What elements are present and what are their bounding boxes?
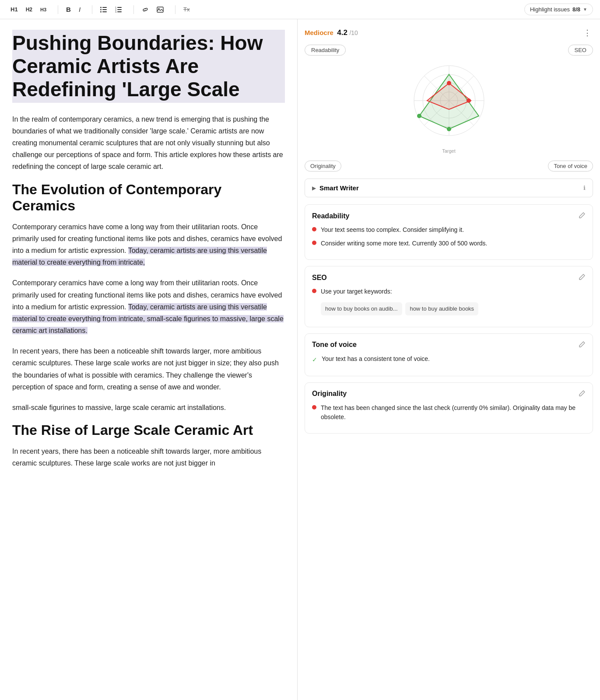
editor-panel: Pushing Boundaries: How Ceramic Artists … [0, 19, 298, 700]
svg-point-4 [100, 11, 102, 12]
radar-bottom-labels: Originality Tone of voice [305, 161, 593, 172]
paragraph-4[interactable]: small-scale figurines to massive, large … [12, 402, 285, 413]
originality-card: Originality The text has been changed si… [305, 382, 593, 434]
readability-edit-icon[interactable] [579, 212, 586, 220]
seo-content: Use your target keywords: how to buy boo… [321, 287, 480, 315]
svg-point-25 [467, 98, 471, 103]
svg-point-24 [447, 81, 451, 85]
green-check-icon: ✓ [312, 355, 317, 364]
tone-tab[interactable]: Tone of voice [548, 161, 593, 172]
list-group: 1. 2. 3. [97, 5, 126, 14]
h1-button[interactable]: H1 [7, 4, 21, 14]
bold-button[interactable]: B [63, 4, 74, 15]
radar-chart [401, 59, 497, 147]
red-dot-icon-2 [312, 241, 316, 245]
tone-card-header: Tone of voice [312, 341, 586, 349]
originality-edit-icon[interactable] [579, 390, 586, 398]
keyword-tag-2[interactable]: how to buy audible books [405, 302, 478, 315]
h2-button[interactable]: H2 [22, 5, 36, 14]
originality-text-1: The text has been changed since the last… [321, 403, 586, 422]
divider-2 [92, 5, 92, 14]
tone-edit-icon[interactable] [579, 341, 586, 349]
paragraph-2[interactable]: Contemporary ceramics have come a long w… [12, 277, 285, 336]
sidebar-menu-icon[interactable]: ⋮ [582, 26, 593, 39]
highlighted-text-1: Today, ceramic artists are using this ve… [12, 247, 267, 266]
link-button[interactable] [138, 4, 152, 15]
readability-text-1: Your text seems too complex. Consider si… [321, 225, 464, 234]
heading-group: H1 H2 H3 [7, 4, 50, 14]
score-denom: /10 [349, 29, 358, 36]
originality-tab[interactable]: Originality [305, 161, 341, 172]
score-tabs: Readability SEO [305, 45, 593, 56]
svg-rect-9 [117, 9, 122, 10]
h3-button[interactable]: H3 [37, 5, 50, 14]
score-display: Mediocre 4.2 /10 [305, 28, 358, 37]
score-section: Mediocre 4.2 /10 ⋮ Readability SEO [305, 26, 593, 172]
insert-group [138, 4, 167, 15]
seo-card-title: SEO [312, 274, 327, 282]
clear-format-button[interactable]: Tx [180, 4, 193, 14]
originality-item-1: The text has been changed since the last… [312, 403, 586, 422]
seo-edit-icon[interactable] [579, 273, 586, 282]
seo-tab[interactable]: SEO [568, 45, 593, 56]
score-number: 4.2 [337, 28, 347, 37]
paragraph-3[interactable]: In recent years, there has been a notice… [12, 345, 285, 393]
highlight-label: Highlight issues [530, 6, 570, 13]
chevron-right-icon: ▶ [312, 185, 316, 191]
radar-chart-container: Target [305, 59, 593, 157]
svg-text:3.: 3. [115, 10, 117, 13]
intro-paragraph[interactable]: In the realm of contemporary ceramics, a… [12, 113, 285, 173]
svg-point-0 [100, 7, 102, 8]
readability-tab[interactable]: Readability [305, 45, 346, 56]
italic-button[interactable]: I [75, 4, 84, 15]
svg-point-27 [417, 114, 421, 118]
section-h2-1[interactable]: The Evolution of Contemporary Ceramics [12, 182, 285, 214]
svg-rect-3 [102, 9, 107, 10]
svg-rect-5 [102, 11, 107, 12]
divider-3 [133, 5, 134, 14]
smart-writer-label: Smart Writer [319, 184, 583, 192]
paragraph-5[interactable]: In recent years, there has been a notice… [12, 445, 285, 469]
keyword-tag-1[interactable]: how to buy books on audib... [321, 302, 402, 315]
originality-red-dot-icon [312, 405, 316, 410]
svg-rect-1 [102, 7, 107, 8]
svg-rect-11 [117, 11, 122, 12]
tone-card-title: Tone of voice [312, 341, 357, 349]
readability-card-title: Readability [312, 212, 349, 220]
divider-1 [58, 5, 58, 14]
highlighted-text-2: Today, ceramic artists are using this ve… [12, 303, 284, 334]
smart-writer-row[interactable]: ▶ Smart Writer ℹ [305, 178, 593, 197]
sidebar: Mediocre 4.2 /10 ⋮ Readability SEO [298, 19, 600, 700]
tone-text-1: Your text has a consistent tone of voice… [322, 354, 430, 364]
readability-text-2: Consider writing some more text. Current… [321, 239, 488, 248]
red-dot-icon [312, 227, 316, 231]
originality-card-header: Originality [312, 390, 586, 398]
svg-point-26 [447, 127, 451, 131]
radar-target-label: Target [442, 148, 456, 154]
chevron-down-icon: ▼ [583, 7, 587, 12]
main-container: Pushing Boundaries: How Ceramic Artists … [0, 19, 600, 700]
highlight-issues-button[interactable]: Highlight issues 8/8 ▼ [524, 4, 593, 15]
info-icon[interactable]: ℹ [583, 185, 586, 191]
svg-rect-7 [117, 7, 122, 8]
divider-4 [175, 5, 175, 14]
article-title[interactable]: Pushing Boundaries: How Ceramic Artists … [12, 30, 285, 103]
image-button[interactable] [153, 4, 167, 15]
readability-card: Readability Your text seems too complex.… [305, 204, 593, 260]
readability-card-header: Readability [312, 212, 586, 220]
ordered-list-button[interactable]: 1. 2. 3. [112, 5, 126, 14]
readability-item-1: Your text seems too complex. Consider si… [312, 225, 586, 234]
format-group: B I [63, 4, 84, 15]
toolbar: H1 H2 H3 B I 1. 2. 3. [0, 0, 600, 19]
svg-point-2 [100, 9, 102, 10]
seo-text-1: Use your target keywords: [321, 288, 392, 295]
seo-red-dot-icon [312, 289, 316, 293]
seo-card: SEO Use your target keywords: how to buy… [305, 266, 593, 327]
highlight-count: 8/8 [572, 6, 580, 13]
section-h2-2[interactable]: The Rise of Large Scale Ceramic Art [12, 422, 285, 438]
readability-item-2: Consider writing some more text. Current… [312, 239, 586, 248]
unordered-list-button[interactable] [97, 5, 111, 14]
paragraph-1[interactable]: Contemporary ceramics have come a long w… [12, 221, 285, 269]
seo-card-header: SEO [312, 273, 586, 282]
tone-item-1: ✓ Your text has a consistent tone of voi… [312, 354, 586, 364]
